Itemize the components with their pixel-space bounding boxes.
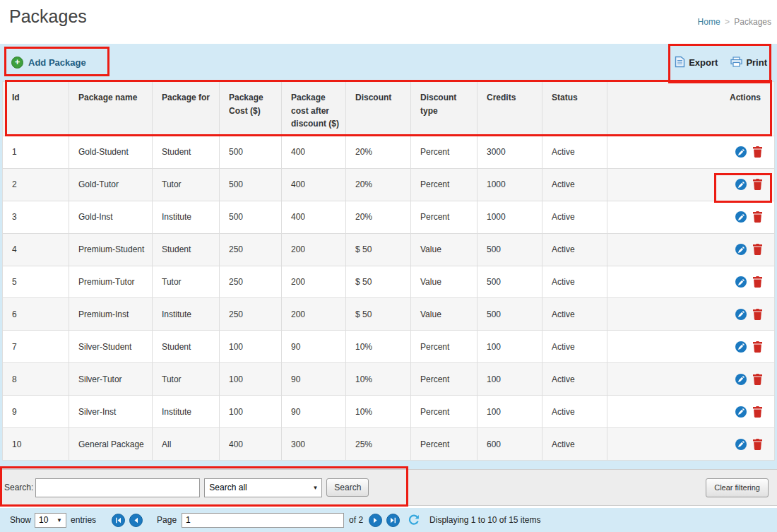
cell-name: Silver-Inst	[69, 396, 153, 428]
page-size-wrapper: 10 ▼	[35, 513, 66, 528]
trash-icon[interactable]	[753, 406, 762, 418]
trash-icon[interactable]	[753, 211, 762, 223]
edit-icon[interactable]	[735, 439, 747, 450]
breadcrumb-separator: >	[725, 17, 730, 27]
cell-id: 10	[3, 428, 69, 461]
trash-icon[interactable]	[753, 374, 762, 385]
cell-credits: 500	[478, 266, 542, 298]
table-row: 5Premium-TutorTutor250200$ 50Value500Act…	[3, 266, 775, 298]
edit-icon[interactable]	[735, 406, 747, 418]
cell-discount: 20%	[346, 136, 411, 169]
table-row: 8Silver-TutorTutor1009010%Percent100Acti…	[3, 363, 775, 396]
cell-status: Active	[542, 363, 607, 396]
table-row: 6Premium-InstInstitute250200$ 50Value500…	[3, 298, 775, 331]
page-title: Packages	[9, 6, 87, 27]
cell-cost_after: 400	[282, 201, 346, 233]
cell-cost: 100	[220, 396, 282, 428]
refresh-icon[interactable]	[408, 514, 420, 526]
last-page-button[interactable]	[386, 514, 400, 527]
cell-status: Active	[542, 331, 607, 363]
page-size-select[interactable]: 10	[35, 513, 66, 528]
table-row: 7Silver-StudentStudent1009010%Percent100…	[3, 331, 775, 363]
trash-icon[interactable]	[753, 179, 762, 190]
breadcrumb-home-link[interactable]: Home	[698, 17, 720, 27]
column-header-discount[interactable]: Discount	[346, 82, 411, 136]
trash-icon[interactable]	[753, 276, 762, 288]
cell-status: Active	[542, 136, 607, 169]
export-label: Export	[689, 57, 718, 68]
add-package-label: Add Package	[28, 57, 86, 68]
cell-name: Gold-Inst	[69, 201, 153, 233]
cell-id: 9	[3, 396, 69, 428]
cell-status: Active	[542, 168, 607, 201]
table-row: 4Premium-StudentStudent250200$ 50Value50…	[3, 233, 775, 266]
breadcrumb: Home > Packages	[698, 17, 771, 27]
edit-icon[interactable]	[735, 211, 747, 223]
cell-cost: 250	[220, 298, 282, 331]
search-input[interactable]	[35, 478, 200, 497]
clear-filtering-button[interactable]: Clear filtering	[706, 478, 769, 497]
cell-discount_type: Value	[411, 266, 478, 298]
trash-icon[interactable]	[753, 309, 762, 320]
print-label: Print	[746, 57, 767, 68]
edit-icon[interactable]	[735, 374, 747, 385]
cell-credits: 500	[478, 233, 542, 266]
next-page-button[interactable]	[369, 514, 382, 527]
search-filter-select[interactable]: Search all	[204, 478, 322, 497]
search-button[interactable]: Search	[326, 478, 369, 497]
cell-status: Active	[542, 396, 607, 428]
cell-discount: 10%	[346, 331, 411, 363]
edit-icon[interactable]	[735, 309, 747, 320]
column-header-credits[interactable]: Credits	[478, 82, 542, 136]
cell-discount: 20%	[346, 168, 411, 201]
edit-icon[interactable]	[735, 146, 747, 158]
column-header-package-name[interactable]: Package name	[69, 82, 153, 136]
of-label: of 2	[349, 515, 363, 525]
export-document-icon	[675, 56, 685, 70]
cell-id: 8	[3, 363, 69, 396]
search-label: Search:	[4, 483, 33, 492]
edit-icon[interactable]	[735, 341, 747, 353]
pagination-bar: Show 10 ▼ entries Page of 2 Displaying 1…	[0, 506, 777, 532]
cell-actions	[607, 168, 775, 201]
cell-discount_type: Percent	[411, 331, 478, 363]
cell-credits: 1000	[478, 201, 542, 233]
add-package-button[interactable]: + Add Package	[11, 57, 86, 69]
column-header-cost-after-discount[interactable]: Package cost after discount ($)	[282, 82, 346, 136]
cell-cost_after: 200	[282, 233, 346, 266]
trash-icon[interactable]	[753, 341, 762, 353]
export-button[interactable]: Export	[675, 56, 718, 70]
column-header-package-for[interactable]: Package for	[153, 82, 220, 136]
cell-discount_type: Percent	[411, 201, 478, 233]
cell-actions	[607, 396, 775, 428]
edit-icon[interactable]	[735, 179, 747, 190]
table-row: 9Silver-InstInstitute1009010%Percent100A…	[3, 396, 775, 428]
trash-icon[interactable]	[753, 244, 762, 255]
cell-credits: 100	[478, 396, 542, 428]
cell-name: Premium-Student	[69, 233, 153, 266]
edit-icon[interactable]	[735, 244, 747, 255]
cell-cost: 400	[220, 428, 282, 461]
column-header-package-cost[interactable]: Package Cost ($)	[220, 82, 282, 136]
trash-icon[interactable]	[753, 146, 762, 158]
cell-id: 3	[3, 201, 69, 233]
cell-status: Active	[542, 266, 607, 298]
page-number-input[interactable]	[182, 513, 344, 528]
first-page-button[interactable]	[112, 514, 125, 527]
print-button[interactable]: Print	[730, 57, 767, 69]
table-row: 10General PackageAll40030025%Percent600A…	[3, 428, 775, 461]
cell-for: Tutor	[153, 363, 220, 396]
display-status: Displaying 1 to 10 of 15 items	[429, 515, 540, 525]
cell-cost_after: 300	[282, 428, 346, 461]
column-header-discount-type[interactable]: Discount type	[411, 82, 478, 136]
prev-page-button[interactable]	[129, 514, 143, 527]
column-header-status[interactable]: Status	[542, 82, 607, 136]
cell-cost_after: 90	[282, 363, 346, 396]
edit-icon[interactable]	[735, 276, 747, 288]
cell-credits: 100	[478, 363, 542, 396]
cell-cost: 500	[220, 136, 282, 169]
column-header-id[interactable]: Id	[3, 82, 69, 136]
plus-circle-icon: +	[11, 57, 23, 69]
trash-icon[interactable]	[753, 439, 762, 450]
cell-status: Active	[542, 298, 607, 331]
